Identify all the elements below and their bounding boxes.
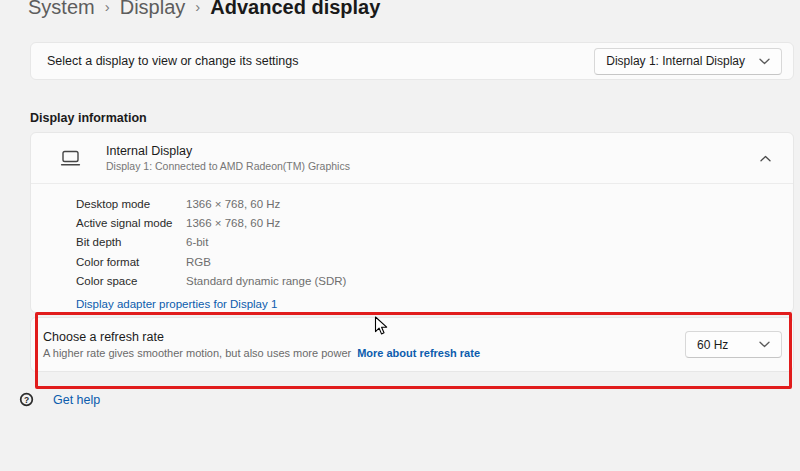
more-about-refresh-rate-link[interactable]: More about refresh rate: [357, 347, 480, 359]
refresh-rate-subtitle-text: A higher rate gives smoother motion, but…: [43, 347, 351, 359]
detail-value: 1366 × 768, 60 Hz: [186, 198, 280, 210]
select-display-label: Select a display to view or change its s…: [47, 54, 299, 68]
breadcrumb-separator-icon: ›: [105, 0, 110, 20]
breadcrumb-separator-icon: ›: [195, 0, 200, 20]
display-select-dropdown[interactable]: Display 1: Internal Display: [594, 48, 782, 75]
select-display-card: Select a display to view or change its s…: [30, 42, 794, 80]
detail-row: Color format RGB: [76, 252, 777, 271]
device-name: Internal Display: [106, 144, 350, 159]
display-information-section-title: Display information: [30, 111, 147, 125]
detail-value: RGB: [186, 256, 211, 268]
page-title: Advanced display: [210, 0, 380, 20]
refresh-rate-subtitle: A higher rate gives smoother motion, but…: [43, 347, 480, 359]
footer: ? Get help: [19, 392, 100, 407]
refresh-rate-dropdown-value: 60 Hz: [697, 338, 728, 352]
svg-text:?: ?: [24, 395, 29, 405]
detail-label: Color space: [76, 275, 186, 287]
detail-row: Color space Standard dynamic range (SDR): [76, 271, 777, 290]
detail-value: 6-bit: [186, 236, 208, 248]
detail-row: Desktop mode 1366 × 768, 60 Hz: [76, 194, 777, 213]
settings-advanced-display-page: System › Display › Advanced display Sele…: [0, 0, 800, 471]
device-description: Display 1: Connected to AMD Radeon(TM) G…: [106, 160, 350, 173]
display-adapter-properties-link[interactable]: Display adapter properties for Display 1: [76, 298, 277, 310]
get-help-link[interactable]: Get help: [53, 393, 100, 407]
breadcrumb-system[interactable]: System: [28, 0, 95, 20]
refresh-rate-text: Choose a refresh rate A higher rate give…: [43, 330, 480, 359]
detail-label: Bit depth: [76, 236, 186, 248]
display-information-expander-header[interactable]: Internal Display Display 1: Connected to…: [31, 133, 793, 184]
breadcrumb: System › Display › Advanced display: [28, 0, 380, 20]
detail-label: Active signal mode: [76, 217, 186, 229]
detail-label: Desktop mode: [76, 198, 186, 210]
refresh-rate-dropdown[interactable]: 60 Hz: [685, 331, 782, 358]
detail-value: 1366 × 768, 60 Hz: [186, 217, 280, 229]
detail-label: Color format: [76, 256, 186, 268]
chevron-down-icon: [759, 341, 770, 348]
detail-row: Active signal mode 1366 × 768, 60 Hz: [76, 213, 777, 232]
breadcrumb-display[interactable]: Display: [120, 0, 186, 20]
display-select-dropdown-value: Display 1: Internal Display: [606, 54, 745, 68]
display-information-card: Internal Display Display 1: Connected to…: [30, 132, 794, 313]
chevron-up-icon[interactable]: [754, 151, 777, 166]
chevron-down-icon: [759, 58, 770, 65]
refresh-rate-title: Choose a refresh rate: [43, 330, 480, 344]
display-information-details: Desktop mode 1366 × 768, 60 Hz Active si…: [31, 184, 793, 312]
get-help-icon: ?: [19, 392, 34, 407]
refresh-rate-card: Choose a refresh rate A higher rate give…: [30, 317, 794, 372]
monitor-icon: [59, 149, 81, 167]
detail-value: Standard dynamic range (SDR): [186, 275, 346, 287]
detail-row: Bit depth 6-bit: [76, 233, 777, 252]
device-header-text: Internal Display Display 1: Connected to…: [106, 144, 350, 173]
